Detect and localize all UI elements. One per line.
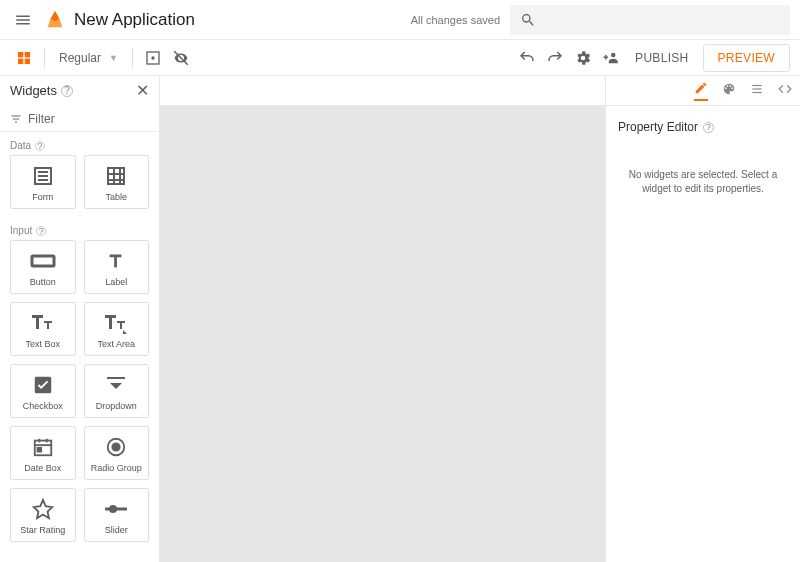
textarea-icon [103,309,129,337]
canvas-tabs [160,76,605,106]
widgets-panel-header: Widgets ? ✕ [0,76,159,106]
filter-icon [10,113,22,125]
widgets-panel-title: Widgets [10,83,57,98]
widget-slider[interactable]: Slider [84,488,150,542]
search-input[interactable] [544,12,780,27]
chevron-down-icon: ▼ [109,53,118,63]
section-input: Input ? [0,217,159,240]
button-icon [30,247,56,275]
tab-code[interactable] [778,82,792,100]
design-canvas[interactable] [160,106,605,562]
datebox-icon [32,433,54,461]
search-icon [520,12,536,28]
svg-rect-3 [25,58,30,63]
publish-button[interactable]: PUBLISH [625,51,698,65]
fit-to-screen-icon[interactable] [139,44,167,72]
widgets-panel: Widgets ? ✕ Filter Data ? Form [0,76,160,562]
toolbar-separator [132,48,133,68]
property-panel: Property Editor ? No widgets are selecte… [605,76,800,562]
label-icon [105,247,127,275]
property-editor-empty: No widgets are selected. Select a widget… [606,140,800,224]
help-icon[interactable]: ? [703,122,714,133]
layout-grid-icon[interactable] [10,44,38,72]
property-editor-header: Property Editor ? [606,106,800,140]
dropdown-icon [104,371,128,399]
svg-point-31 [109,505,117,513]
help-icon[interactable]: ? [36,226,46,236]
save-status: All changes saved [411,14,500,26]
widget-dropdown[interactable]: Dropdown [84,364,150,418]
redo-icon[interactable] [541,44,569,72]
form-icon [31,162,55,190]
tab-text[interactable] [750,82,764,100]
toolbar: Regular ▼ PUBLISH PREVIEW [0,40,800,76]
widget-label[interactable]: Label [84,240,150,294]
main-body: Widgets ? ✕ Filter Data ? Form [0,76,800,562]
menu-icon[interactable] [10,7,36,33]
textbox-icon [30,309,56,337]
visibility-off-icon[interactable] [167,44,195,72]
svg-rect-27 [37,448,41,452]
widgets-scroll[interactable]: Data ? Form Table Input ? [0,132,159,562]
widget-checkbox[interactable]: Checkbox [10,364,76,418]
tab-palette[interactable] [722,82,736,100]
svg-rect-1 [25,52,30,57]
widget-radio-group[interactable]: Radio Group [84,426,150,480]
search-box[interactable] [510,5,790,35]
tab-edit[interactable] [694,81,708,101]
preview-button[interactable]: PREVIEW [703,44,790,72]
property-tabs [606,76,800,106]
zoom-label: Regular [59,51,101,65]
close-icon[interactable]: ✕ [136,81,149,100]
svg-point-7 [611,52,616,57]
app-logo-icon [44,9,66,31]
share-user-icon[interactable] [597,44,625,72]
svg-rect-0 [18,52,23,57]
checkbox-icon [32,371,54,399]
widget-date-box[interactable]: Date Box [10,426,76,480]
star-icon [32,495,54,523]
svg-point-5 [152,57,154,59]
svg-rect-20 [32,256,54,266]
filter-row[interactable]: Filter [0,106,159,132]
app-header: New Application All changes saved [0,0,800,40]
canvas-area [160,76,605,562]
help-icon[interactable]: ? [61,85,73,97]
radio-icon [105,433,127,461]
app-title[interactable]: New Application [74,10,195,30]
widget-table[interactable]: Table [84,155,150,209]
widget-button[interactable]: Button [10,240,76,294]
slider-icon [103,495,129,523]
widget-form[interactable]: Form [10,155,76,209]
svg-point-29 [113,443,120,450]
section-data: Data ? [0,132,159,155]
widget-text-box[interactable]: Text Box [10,302,76,356]
filter-label: Filter [28,112,55,126]
toolbar-separator [44,48,45,68]
widget-text-area[interactable]: Text Area [84,302,150,356]
undo-icon[interactable] [513,44,541,72]
table-icon [104,162,128,190]
settings-gear-icon[interactable] [569,44,597,72]
widget-star-rating[interactable]: Star Rating [10,488,76,542]
zoom-dropdown[interactable]: Regular ▼ [51,51,126,65]
help-icon[interactable]: ? [35,141,45,151]
svg-rect-15 [108,168,124,184]
svg-rect-2 [18,58,23,63]
